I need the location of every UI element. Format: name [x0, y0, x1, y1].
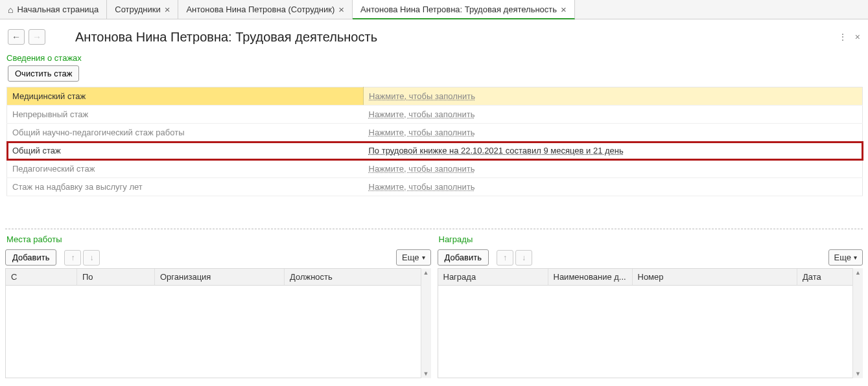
stages-table: Медицинский стажНажмите, чтобы заполнить…: [6, 87, 863, 196]
clear-stage-button[interactable]: Очистить стаж: [8, 65, 79, 82]
close-icon[interactable]: ×: [165, 4, 170, 15]
stage-row[interactable]: Общий научно-педагогический стаж работыН…: [7, 124, 863, 142]
move-down-button[interactable]: ↓: [83, 250, 100, 266]
stage-name: Медицинский стаж: [7, 87, 364, 106]
move-down-button[interactable]: ↓: [515, 250, 532, 266]
close-icon[interactable]: ×: [561, 4, 567, 15]
tab-employees[interactable]: Сотрудники ×: [107, 0, 178, 19]
move-up-button[interactable]: ↑: [497, 250, 513, 266]
col-number[interactable]: Номер: [633, 269, 798, 285]
stage-name: Стаж на надбавку за выслугу лет: [7, 178, 364, 196]
tab-home[interactable]: ⌂ Начальная страница: [0, 0, 107, 19]
stage-row[interactable]: Педагогический стажНажмите, чтобы заполн…: [7, 160, 863, 178]
tab-label: Антонова Нина Петровна: Трудовая деятель…: [360, 5, 557, 14]
add-workplace-button[interactable]: Добавить: [5, 249, 56, 266]
workplaces-grid[interactable]: С По Организация Должность: [5, 268, 431, 378]
close-icon[interactable]: ×: [338, 4, 344, 15]
home-icon: ⌂: [8, 5, 13, 15]
scroll-up-icon[interactable]: ▲: [421, 268, 430, 277]
tab-work-activity[interactable]: Антонова Нина Петровна: Трудовая деятель…: [353, 0, 575, 19]
chevron-down-icon: ▾: [422, 254, 425, 261]
stage-value-link[interactable]: Нажмите, чтобы заполнить: [369, 128, 475, 137]
col-doc-name[interactable]: Наименование д...: [548, 269, 633, 285]
stage-name: Непрерывный стаж: [7, 106, 364, 124]
col-position[interactable]: Должность: [285, 269, 430, 285]
tab-label: Сотрудники: [115, 5, 160, 14]
stage-value-link[interactable]: Нажмите, чтобы заполнить: [369, 182, 475, 192]
stage-value-link[interactable]: Нажмите, чтобы заполнить: [369, 164, 475, 174]
stage-row[interactable]: Непрерывный стажНажмите, чтобы заполнить: [7, 106, 863, 124]
section-title-workplaces: Места работы: [5, 232, 431, 247]
stage-name: Общий научно-педагогический стаж работы: [7, 124, 364, 142]
col-to[interactable]: По: [77, 269, 155, 285]
awards-grid[interactable]: Награда Наименование д... Номер Дата: [438, 268, 863, 378]
more-label: Еще: [402, 253, 419, 262]
nav-back-button[interactable]: ←: [8, 29, 25, 45]
tab-label: Начальная страница: [17, 5, 99, 14]
col-from[interactable]: С: [6, 269, 77, 285]
kebab-icon[interactable]: ⋮: [838, 32, 847, 42]
stage-value-link[interactable]: Нажмите, чтобы заполнить: [369, 91, 475, 101]
page-title: Антонова Нина Петровна: Трудовая деятель…: [75, 30, 377, 45]
scrollbar-v[interactable]: ▲ ▼: [852, 268, 863, 378]
close-page-icon[interactable]: ×: [855, 32, 860, 42]
more-button-awards[interactable]: Еще ▾: [828, 249, 863, 266]
scroll-down-icon[interactable]: ▼: [854, 369, 863, 378]
scroll-up-icon[interactable]: ▲: [854, 268, 863, 277]
stage-row[interactable]: Общий стажПо трудовой книжке на 22.10.20…: [7, 142, 863, 160]
scrollbar-v[interactable]: ▲ ▼: [421, 268, 431, 378]
stage-row[interactable]: Медицинский стажНажмите, чтобы заполнить: [7, 87, 863, 106]
tab-employee-card[interactable]: Антонова Нина Петровна (Сотрудник) ×: [178, 0, 353, 19]
more-button-workplaces[interactable]: Еще ▾: [396, 249, 430, 266]
move-up-button[interactable]: ↑: [64, 250, 81, 266]
divider: [5, 229, 863, 229]
more-label: Еще: [834, 253, 851, 262]
tab-bar: ⌂ Начальная страница Сотрудники × Антоно…: [0, 0, 868, 19]
col-award[interactable]: Награда: [438, 269, 548, 285]
panel-workplaces: Места работы Добавить ↑ ↓ Еще ▾ С По Орг…: [5, 232, 431, 378]
stage-value-link[interactable]: По трудовой книжке на 22.10.2021 состави…: [369, 146, 624, 155]
stage-name: Педагогический стаж: [7, 160, 364, 178]
col-org[interactable]: Организация: [155, 269, 285, 285]
nav-forward-button[interactable]: →: [29, 29, 45, 45]
tab-label: Антонова Нина Петровна (Сотрудник): [186, 5, 334, 14]
add-award-button[interactable]: Добавить: [438, 249, 489, 266]
scroll-down-icon[interactable]: ▼: [421, 369, 430, 378]
chevron-down-icon: ▾: [854, 254, 857, 261]
toolbar: ← → Антонова Нина Петровна: Трудовая дея…: [0, 19, 868, 51]
section-title-stages: Сведения о стажах: [0, 51, 868, 65]
section-title-awards: Награды: [438, 232, 863, 247]
stage-name: Общий стаж: [7, 142, 364, 160]
stage-row[interactable]: Стаж на надбавку за выслугу летНажмите, …: [7, 178, 863, 196]
stage-value-link[interactable]: Нажмите, чтобы заполнить: [369, 109, 475, 119]
panel-awards: Награды Добавить ↑ ↓ Еще ▾ Награда Наиме…: [438, 232, 863, 378]
